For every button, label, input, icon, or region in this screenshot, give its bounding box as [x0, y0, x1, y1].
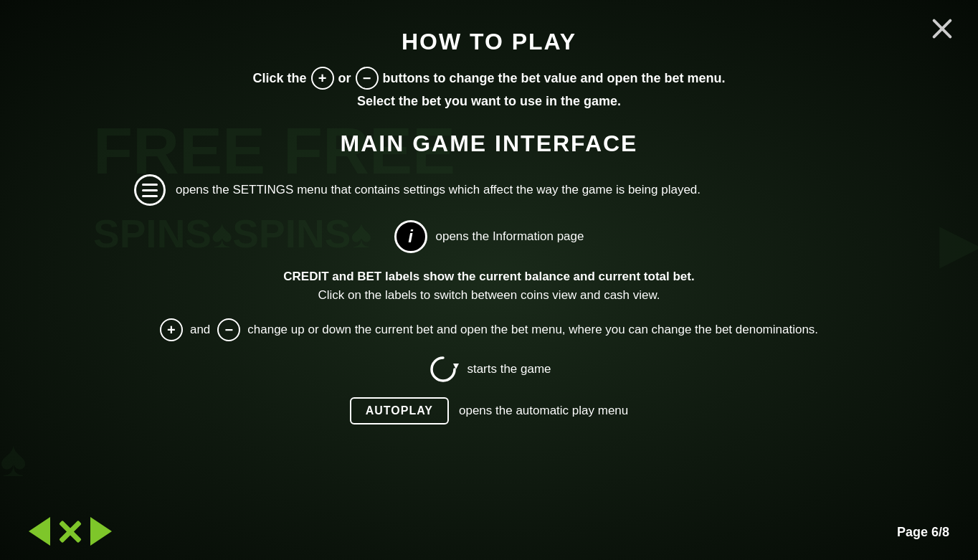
hamburger-line2	[142, 189, 158, 191]
how-to-play-title: HOW TO PLAY	[402, 29, 576, 55]
hamburger-line1	[142, 184, 158, 186]
autoplay-row: AUTOPLAY opens the automatic play menu	[350, 397, 629, 424]
spin-icon	[427, 353, 460, 386]
info-row: i opens the Information page	[77, 220, 901, 253]
bet-change-text: change up or down the current bet and op…	[247, 321, 818, 339]
main-game-title: MAIN GAME INTERFACE	[341, 130, 638, 157]
plus-icon: +	[311, 67, 334, 90]
bet-description-line2: Select the bet you want to use in the ga…	[357, 94, 621, 109]
minus-small-icon: −	[217, 318, 240, 341]
credit-row: CREDIT and BET labels show the current b…	[166, 267, 812, 304]
minus-icon: −	[356, 67, 379, 90]
starts-game-row: starts the game	[427, 353, 551, 386]
hamburger-line3	[142, 195, 158, 197]
info-text: opens the Information page	[436, 227, 584, 246]
settings-row: opens the SETTINGS menu that contains se…	[77, 174, 901, 206]
close-button[interactable]	[928, 14, 956, 43]
bet-description-line1: Click the + or − buttons to change the b…	[252, 67, 725, 90]
bet-and-text: and	[190, 321, 210, 339]
line1-or: or	[338, 68, 351, 89]
line1-post: buttons to change the bet value and open…	[383, 68, 726, 89]
starts-text: starts the game	[467, 360, 551, 379]
autoplay-button[interactable]: AUTOPLAY	[350, 397, 449, 424]
line1-pre: Click the	[252, 68, 306, 89]
bet-change-row: + and − change up or down the current be…	[95, 318, 883, 341]
hamburger-icon	[134, 174, 166, 206]
settings-text: opens the SETTINGS menu that contains se…	[176, 181, 701, 199]
autoplay-text: opens the automatic play menu	[459, 402, 628, 420]
info-icon: i	[394, 220, 427, 253]
plus-small-icon: +	[160, 318, 183, 341]
credit-text: CREDIT and BET labels show the current b…	[166, 267, 812, 304]
content-area: HOW TO PLAY Click the + or − buttons to …	[0, 0, 978, 560]
